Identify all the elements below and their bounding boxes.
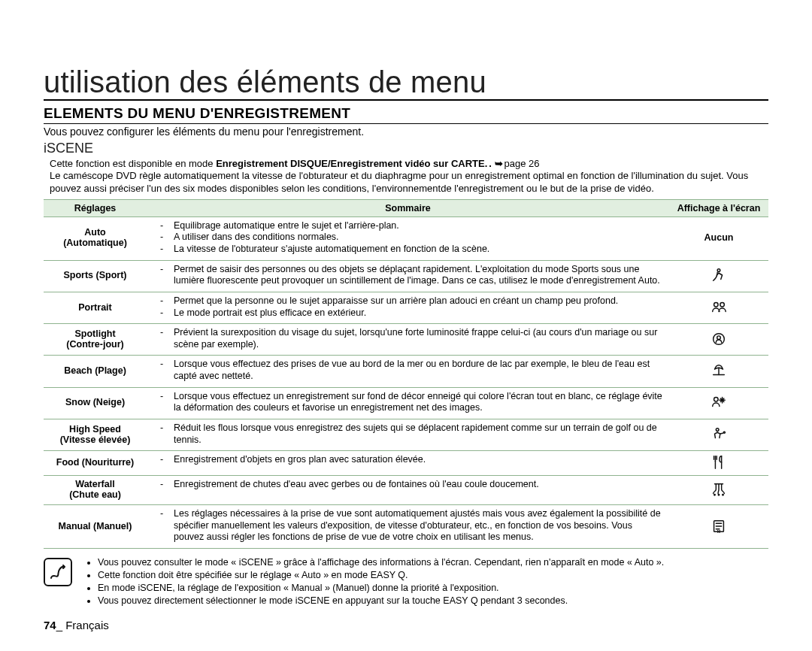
availability-page-ref: page 26 xyxy=(504,158,540,169)
svg-point-8 xyxy=(714,495,715,495)
table-row: Food (Nouriturre)Enregistrement d'objets… xyxy=(44,451,768,476)
table-row: Spotlight(Contre-jour)Prévient la surexp… xyxy=(44,324,768,356)
table-row: Snow (Neige)Lorsque vous effectuez un en… xyxy=(44,387,768,419)
cell-affichage xyxy=(669,292,768,323)
svg-point-4 xyxy=(717,336,721,340)
note-item: En mode iSCENE, la réglage de l'expositi… xyxy=(98,582,664,595)
sommaire-item: Prévient la surexposition du visage du s… xyxy=(151,327,665,350)
th-sommaire: Sommaire xyxy=(147,199,669,216)
cell-sommaire: Enregistrement de chutes d'eau avec gerb… xyxy=(147,476,669,505)
svg-point-9 xyxy=(718,495,719,495)
table-row: High Speed(Vitesse élevée)Réduit les flo… xyxy=(44,419,768,450)
waterfall-icon xyxy=(674,481,764,498)
cell-reglage: High Speed(Vitesse élevée) xyxy=(44,419,147,450)
spotlight-icon xyxy=(674,331,764,347)
cell-sommaire: Equilibrage automatique entre le sujet e… xyxy=(147,216,669,260)
cell-reglage: Manual (Manuel) xyxy=(44,505,147,549)
cell-sommaire: Permet que la personne ou le sujet appar… xyxy=(147,292,669,323)
svg-point-6 xyxy=(716,428,719,431)
cell-affichage xyxy=(669,476,768,505)
cell-reglage: Beach (Plage) xyxy=(44,356,147,387)
sommaire-item: Lorsque vous effectuez des prises de vue… xyxy=(151,359,665,382)
availability-mode: Enregistrement DISQUE/Enregistrement vid… xyxy=(216,158,487,169)
intro-text: Vous pouvez configurer les éléments du m… xyxy=(44,126,768,138)
highspeed-icon xyxy=(674,426,764,443)
footer-sep: _ xyxy=(56,619,66,631)
sommaire-item: La vitesse de l'obturateur s'ajuste auto… xyxy=(151,244,665,256)
note-item: Vous pouvez consulter le mode « iSCENE »… xyxy=(98,556,664,569)
footer-lang: Français xyxy=(65,619,109,631)
beach-icon xyxy=(674,362,764,379)
note-block: Vous pouvez consulter le mode « iSCENE »… xyxy=(44,556,768,607)
manual-page: utilisation des éléments de menu ELEMENT… xyxy=(0,0,812,651)
cell-affichage xyxy=(669,260,768,292)
sommaire-item: Réduit les flous lorsque vous enregistre… xyxy=(151,422,665,446)
availability-prefix: Cette fonction est disponible en mode xyxy=(50,158,216,169)
cell-affichage xyxy=(669,324,768,356)
cell-reglage: Sports (Sport) xyxy=(44,260,147,292)
page-title: utilisation des éléments de menu xyxy=(44,66,768,101)
sommaire-item: Permet de saisir des personnes ou des ob… xyxy=(151,264,665,287)
cell-sommaire: Réduit les flous lorsque vous enregistre… xyxy=(147,419,669,450)
snow-icon xyxy=(674,394,764,410)
cell-sommaire: Lorsque vous effectuez un enregistrement… xyxy=(147,387,669,419)
sommaire-item: Permet que la personne ou le sujet appar… xyxy=(151,295,665,307)
svg-point-1 xyxy=(714,302,719,307)
sommaire-item: Enregistrement de chutes d'eau avec gerb… xyxy=(151,479,665,491)
subsection-heading: iSCENE xyxy=(44,141,768,156)
note-item: Vous pouvez directement sélectionner le … xyxy=(98,595,664,607)
svg-point-10 xyxy=(723,495,723,495)
availability-line: Cette fonction est disponible en mode En… xyxy=(44,158,768,170)
cell-sommaire: Lorsque vous effectuez des prises de vue… xyxy=(147,356,669,387)
svg-point-0 xyxy=(717,269,720,272)
svg-point-2 xyxy=(720,302,725,307)
cell-sommaire: Prévient la surexposition du visage du s… xyxy=(147,324,669,356)
cell-reglage: Snow (Neige) xyxy=(44,387,147,419)
manual-icon: M xyxy=(674,518,764,534)
th-affichage: Affichage à l'écran xyxy=(669,199,768,216)
notes-list: Vous pouvez consulter le mode « iSCENE »… xyxy=(84,556,664,607)
table-row: Waterfall(Chute eau)Enregistrement de ch… xyxy=(44,476,768,505)
cell-reglage: Food (Nouriturre) xyxy=(44,451,147,476)
table-row: Manual (Manuel)Les réglages nécessaires … xyxy=(44,505,768,549)
arrow-icon: . ➥ xyxy=(487,158,504,170)
table-row: Sports (Sport)Permet de saisir des perso… xyxy=(44,260,768,292)
cell-reglage: Waterfall(Chute eau) xyxy=(44,476,147,505)
cell-affichage: Aucun xyxy=(669,216,768,260)
svg-point-7 xyxy=(723,431,725,433)
sports-icon xyxy=(674,267,764,283)
note-item: Cette fonction doit être spécifiée sur l… xyxy=(98,569,664,582)
description-text: Le caméscope DVD règle automatiquement l… xyxy=(44,170,768,195)
cell-affichage xyxy=(669,387,768,419)
page-number: 74 xyxy=(44,619,56,631)
svg-text:M: M xyxy=(717,529,721,534)
th-reglages: Réglages xyxy=(44,199,147,216)
cell-sommaire: Enregistrement d'objets en gros plan ave… xyxy=(147,451,669,476)
cell-affichage xyxy=(669,356,768,387)
table-row: Beach (Plage)Lorsque vous effectuez des … xyxy=(44,356,768,387)
sommaire-item: Le mode portrait est plus efficace en ex… xyxy=(151,307,665,319)
sommaire-item: Enregistrement d'objets en gros plan ave… xyxy=(151,454,665,466)
cell-sommaire: Permet de saisir des personnes ou des ob… xyxy=(147,260,669,292)
cell-sommaire: Les réglages nécessaires à la prise de v… xyxy=(147,505,669,549)
sommaire-item: Equilibrage automatique entre le sujet e… xyxy=(151,220,665,232)
sommaire-item: Les réglages nécessaires à la prise de v… xyxy=(151,508,665,544)
section-heading: ELEMENTS DU MENU D'ENREGISTREMENT xyxy=(44,105,768,124)
table-row: Auto(Automatique)Equilibrage automatique… xyxy=(44,216,768,260)
cell-reglage: Auto(Automatique) xyxy=(44,216,147,260)
cell-affichage xyxy=(669,451,768,476)
table-row: PortraitPermet que la personne ou le suj… xyxy=(44,292,768,323)
cell-affichage: M xyxy=(669,505,768,549)
svg-point-5 xyxy=(714,398,719,402)
cell-affichage xyxy=(669,419,768,450)
iscene-table: Réglages Sommaire Affichage à l'écran Au… xyxy=(44,199,768,549)
page-footer: 74_ Français xyxy=(44,619,109,631)
food-icon xyxy=(674,454,764,471)
cell-reglage: Spotlight(Contre-jour) xyxy=(44,324,147,356)
sommaire-item: Lorsque vous effectuez un enregistrement… xyxy=(151,391,665,414)
portrait-icon xyxy=(674,299,764,316)
cell-reglage: Portrait xyxy=(44,292,147,323)
sommaire-item: A utiliser dans des conditions normales. xyxy=(151,232,665,244)
note-icon xyxy=(44,558,72,586)
